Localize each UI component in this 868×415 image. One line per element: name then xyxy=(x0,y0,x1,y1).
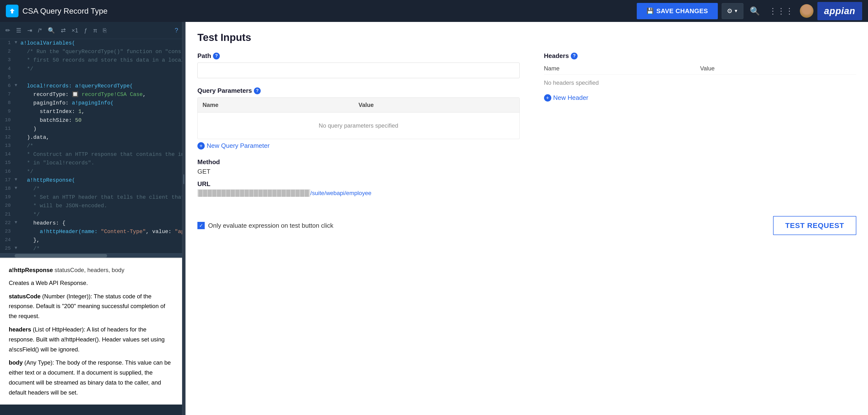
app-logo xyxy=(6,5,19,17)
headers-col-value: Value xyxy=(700,65,856,72)
query-params-label: Query Parameters ? xyxy=(197,87,520,94)
line-content: */ xyxy=(21,168,33,176)
line-number: 1 xyxy=(0,39,14,47)
doc-line3: (List of HttpHeader): A list of headers … xyxy=(9,326,164,353)
doc-line4: (Any Type): The body of the response. Th… xyxy=(9,359,171,395)
table-header: Name Value xyxy=(198,98,520,113)
line-content: a!httpResponse( xyxy=(21,176,75,185)
code-line: 12 ).data, xyxy=(0,133,182,142)
test-inputs-title: Test Inputs xyxy=(197,32,856,43)
line-number: 16 xyxy=(0,168,14,175)
code-line: 6▼ local!records: a!queryRecordType( xyxy=(0,82,182,90)
avatar[interactable] xyxy=(800,4,813,18)
headers-help-icon[interactable]: ? xyxy=(571,53,578,59)
line-content: */ xyxy=(21,210,40,219)
line-content: local!records: a!queryRecordType( xyxy=(21,82,133,90)
page-title: CSA Query Record Type xyxy=(22,7,633,16)
line-content: batchSize: 50 xyxy=(21,116,82,125)
add-query-param-link[interactable]: + New Query Parameter xyxy=(197,142,520,150)
path-help-icon[interactable]: ? xyxy=(213,53,220,59)
query-params-help-icon[interactable]: ? xyxy=(254,87,261,94)
doc-body-label: body xyxy=(9,359,23,366)
checkbox-row: ✓ Only evaluate expression on test butto… xyxy=(197,222,334,230)
help-icon[interactable]: ? xyxy=(175,27,178,34)
checkmark-icon: ✓ xyxy=(199,223,203,229)
scrollbar-thumb xyxy=(14,254,107,258)
code-line: 25▼ /* xyxy=(0,244,182,253)
code-line: 11 ) xyxy=(0,125,182,133)
code-area: 1▼a!localVariables(2 /* Run the "queryRe… xyxy=(0,39,182,253)
method-label: Method xyxy=(197,158,520,166)
add-header-link[interactable]: + New Header xyxy=(544,94,857,101)
export-icon[interactable]: ⎘ xyxy=(101,26,108,35)
evaluate-checkbox[interactable]: ✓ xyxy=(197,222,205,229)
col-name-header: Name xyxy=(203,101,359,108)
appian-brand: appian xyxy=(817,2,862,20)
save-changes-button[interactable]: 💾 SAVE CHANGES xyxy=(637,3,718,19)
code-line: 20 * will be JSON-encoded. xyxy=(0,202,182,210)
method-value: GET xyxy=(197,168,520,175)
line-number: 14 xyxy=(0,150,14,158)
code-line: 8 pagingInfo: a!pagingInfo( xyxy=(0,99,182,108)
comment-icon[interactable]: /* xyxy=(36,26,43,35)
path-input[interactable] xyxy=(197,63,520,78)
url-prefix: ████████████████████████ xyxy=(197,189,310,197)
test-request-button[interactable]: TEST REQUEST xyxy=(773,216,856,235)
indent-icon[interactable]: ⇥ xyxy=(26,26,34,35)
line-number: 6 xyxy=(0,82,14,90)
test-content: Path ? Query Parameters ? Name Value No … xyxy=(197,52,856,197)
resize-handle[interactable] xyxy=(182,22,185,415)
line-content: ).data, xyxy=(21,133,50,142)
pi-icon[interactable]: π xyxy=(92,26,99,35)
add-header-plus-icon: + xyxy=(544,94,551,101)
grid-button[interactable]: ⋮⋮⋮ xyxy=(766,4,796,18)
code-line: 13 /* xyxy=(0,142,182,150)
code-line: 7 recordType: 🔲 recordType!CSA Case, xyxy=(0,90,182,99)
replace-icon[interactable]: ⇄ xyxy=(59,26,67,35)
fold-arrow: ▼ xyxy=(14,185,21,192)
horizontal-scrollbar[interactable] xyxy=(0,253,182,258)
fold-arrow: ▼ xyxy=(14,39,21,46)
line-number: 12 xyxy=(0,133,14,141)
col-value-header: Value xyxy=(359,101,515,108)
url-section: URL ████████████████████████/suite/webap… xyxy=(197,180,520,197)
line-number: 19 xyxy=(0,193,14,201)
doc-panel: a!httpResponse statusCode, headers, body… xyxy=(0,258,182,405)
code-line: 19 * Set an HTTP header that tells the c… xyxy=(0,193,182,202)
doc-params: statusCode, headers, body xyxy=(55,267,124,273)
code-editor[interactable]: 1▼a!localVariables(2 /* Run the "queryRe… xyxy=(0,39,182,253)
doc-line1: Creates a Web API Response. xyxy=(9,278,173,288)
line-content: /* Run the "queryRecordType()" function … xyxy=(21,48,182,56)
line-number: 8 xyxy=(0,99,14,107)
headers-col-name: Name xyxy=(544,65,700,72)
headers-empty: No headers specified xyxy=(544,75,857,91)
function-icon[interactable]: ƒ xyxy=(83,26,89,35)
line-number: 25 xyxy=(0,244,14,252)
code-line: 3 * first 50 records and store this data… xyxy=(0,56,182,64)
code-line: 18▼ /* xyxy=(0,185,182,193)
list-icon[interactable]: ☰ xyxy=(14,26,23,35)
url-suffix: /suite/webapi/employee xyxy=(310,190,371,196)
line-number: 22 xyxy=(0,219,14,227)
query-params-empty: No query parameters specified xyxy=(198,113,520,139)
pencil-icon[interactable]: ✏ xyxy=(4,26,12,35)
line-content: * will be JSON-encoded. xyxy=(21,202,107,210)
line-content: /* xyxy=(21,244,40,253)
code-line: 17▼ a!httpResponse( xyxy=(0,176,182,185)
line-content: */ xyxy=(21,65,33,73)
code-line: 15 * in "local!records". xyxy=(0,159,182,167)
doc-statuscode-label: statusCode xyxy=(9,293,41,300)
line-content: * first 50 records and store this data i… xyxy=(21,56,182,64)
line-content: * in "local!records". xyxy=(21,159,94,167)
main-layout: ✏ ☰ ⇥ /* 🔍 ⇄ ×1 ƒ π ⎘ ? 1▼a!localVariabl… xyxy=(0,22,868,415)
code-line: 4 */ xyxy=(0,65,182,73)
code-line: 10 batchSize: 50 xyxy=(0,116,182,125)
line-number: 13 xyxy=(0,142,14,150)
line-content: /* xyxy=(21,185,40,193)
settings-button[interactable]: ⚙ ▼ xyxy=(722,3,743,19)
top-bar: CSA Query Record Type 💾 SAVE CHANGES ⚙ ▼… xyxy=(0,0,868,22)
search-icon[interactable]: 🔍 xyxy=(46,26,57,35)
search-button[interactable]: 🔍 xyxy=(747,4,762,18)
x1-icon[interactable]: ×1 xyxy=(70,26,80,35)
line-number: 21 xyxy=(0,210,14,218)
